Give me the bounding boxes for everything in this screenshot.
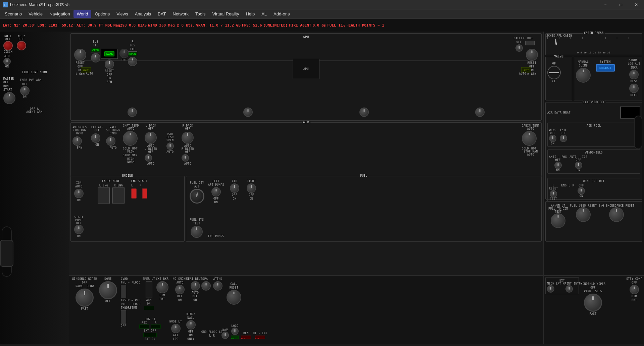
ckpt-temp-knob[interactable]: [123, 131, 138, 146]
fire-handle-no2[interactable]: [17, 41, 26, 50]
bottom-sw-4[interactable]: [475, 107, 485, 117]
off-agent-arm: OFF &: [3, 107, 65, 111]
menu-views[interactable]: Views: [113, 10, 131, 18]
wing-off-ice: OFF: [550, 132, 555, 135]
cabin-press-section: CABIN PRESS 0 5 10 15 20 25 30 35 SCHED …: [545, 33, 642, 55]
master-run: RUN: [3, 85, 9, 88]
menu-bat[interactable]: BAT: [154, 10, 169, 18]
desc-knob[interactable]: [629, 84, 639, 93]
fadec-r-button[interactable]: [112, 187, 125, 204]
starter-r-btn[interactable]: [142, 188, 147, 199]
menu-help[interactable]: Help: [242, 10, 258, 18]
l-gen-knob[interactable]: [74, 49, 86, 61]
open-label: OPEN: [166, 139, 174, 142]
isol-knob[interactable]: [166, 142, 174, 150]
menu-analysis[interactable]: Analysis: [132, 10, 154, 18]
menu-scenario[interactable]: Scenario: [1, 10, 25, 18]
tail-ice-knob[interactable]: [560, 135, 567, 142]
starter-l-btn[interactable]: [131, 188, 137, 199]
eng-l-ice-knob[interactable]: [550, 190, 557, 198]
pnl-flood-switch[interactable]: [121, 285, 126, 298]
r-pack-off: OFF: [182, 127, 194, 130]
eng-start-row: L R: [131, 184, 147, 187]
seat-belts-on: ON: [193, 299, 197, 302]
minimize-button[interactable]: −: [598, 0, 613, 9]
annun-knob[interactable]: [551, 213, 565, 228]
master-off: OFF: [3, 81, 9, 84]
ckt-bkr-knob[interactable]: [156, 281, 168, 293]
ext-knob[interactable]: [119, 49, 129, 58]
call-reset-knob[interactable]: [227, 290, 241, 305]
mech-knob[interactable]: [547, 285, 554, 293]
wiper-knob-right[interactable]: [584, 294, 602, 312]
auto-pack-label: AUTO: [106, 146, 120, 149]
wing-nacl-knob[interactable]: [186, 320, 196, 330]
menu-network[interactable]: Network: [169, 10, 192, 18]
pa-knob[interactable]: [201, 281, 211, 291]
r-pack-knob[interactable]: [182, 132, 194, 144]
wing-ice-knob[interactable]: [549, 135, 556, 142]
anti-ice-off: OFF: [576, 159, 581, 162]
maximize-button[interactable]: □: [613, 0, 629, 9]
anti-ice-knob[interactable]: [575, 162, 582, 169]
master-knob[interactable]: [3, 92, 15, 104]
stby-comp-knob[interactable]: [630, 285, 639, 294]
menu-al[interactable]: AL: [258, 10, 270, 18]
no-smoke-knob[interactable]: [175, 285, 185, 294]
emer-pwr-knob[interactable]: [20, 86, 30, 95]
maint-knob[interactable]: [565, 285, 573, 293]
menu-options[interactable]: Options: [91, 10, 113, 18]
wiper-knob-left[interactable]: [76, 289, 94, 307]
ctr-pump-knob[interactable]: [230, 183, 239, 193]
anti-ice-on: ON: [577, 169, 580, 172]
ign-knob[interactable]: [74, 189, 84, 198]
bottom-sw-2[interactable]: [243, 107, 253, 117]
thndrstrm-switch[interactable]: [121, 310, 126, 323]
manual-climb-knob[interactable]: [576, 68, 591, 83]
pack-knob[interactable]: [106, 136, 115, 146]
galley-knob[interactable]: [515, 44, 523, 52]
bus-tie-right-knob[interactable]: [128, 57, 137, 66]
fuel-used-knob[interactable]: [576, 207, 591, 222]
emer-lt-switch[interactable]: [146, 281, 152, 298]
dome-knob[interactable]: [99, 281, 117, 299]
attnd-knob[interactable]: [213, 281, 222, 291]
menu-world[interactable]: World: [73, 10, 92, 18]
avionics-knob[interactable]: [72, 136, 82, 146]
eng-r-ice-knob[interactable]: [578, 187, 585, 194]
menu-addons[interactable]: Add-ons: [270, 10, 293, 18]
bottom-sw-1[interactable]: [128, 107, 137, 117]
fuel-sys-test-knob[interactable]: [191, 226, 203, 238]
fire-handle-no1[interactable]: [3, 41, 13, 50]
cabin-temp-knob[interactable]: [522, 131, 537, 146]
nose-lt-knob[interactable]: [171, 324, 181, 333]
bottom-sw-3[interactable]: [359, 107, 369, 117]
log-alt-knob[interactable]: [629, 70, 639, 79]
right-aft-pump-knob[interactable]: [247, 183, 256, 193]
eng-exceed-knob[interactable]: [609, 207, 624, 222]
r-gen-knob[interactable]: [526, 49, 538, 61]
nav-knob[interactable]: [221, 332, 229, 339]
close-button[interactable]: ✕: [629, 0, 644, 9]
left-aft-pump-knob[interactable]: [211, 187, 221, 197]
air-knob[interactable]: [3, 58, 11, 65]
fadec-l-button[interactable]: [98, 187, 110, 204]
brt-label: BRT: [160, 298, 165, 301]
menu-navigation[interactable]: Navigation: [46, 10, 73, 18]
logo-knob[interactable]: [231, 328, 239, 335]
fuel-qty-gauge[interactable]: [190, 189, 204, 204]
ram-air-knob[interactable]: [91, 133, 100, 143]
annun-row: ANNUN LT PULL TO DIM TEST FUEL USED RESE…: [546, 202, 642, 231]
r-bleed-knob[interactable]: [182, 154, 189, 162]
select-button[interactable]: SELECT: [596, 64, 615, 72]
start-pump-knob[interactable]: [74, 225, 84, 234]
menu-virtual-reality[interactable]: Virtual Reality: [209, 10, 242, 18]
anti-fog-knob[interactable]: [554, 162, 562, 169]
l-bleed-knob[interactable]: [145, 154, 152, 162]
l-pack-knob[interactable]: [145, 132, 157, 144]
menu-vehicle[interactable]: Vehicle: [25, 10, 46, 18]
seat-belts-knob[interactable]: [191, 281, 200, 291]
left-scroll-wheel[interactable]: [0, 240, 13, 267]
valve-dial[interactable]: [547, 66, 561, 79]
menu-tools[interactable]: Tools: [192, 10, 209, 18]
